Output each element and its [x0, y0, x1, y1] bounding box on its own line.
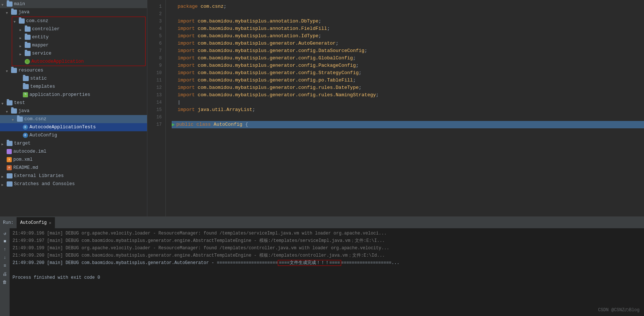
code-line-2	[172, 10, 644, 18]
line-num-9: 9	[147, 62, 165, 69]
tok-import-12: import	[178, 84, 198, 91]
bottom-panel: Run: AutoConfig ✕ ↺ ■ ↑ ↓ ≡ 🖨 🗑 21:49:09…	[0, 216, 644, 316]
bottom-left-toolbar: ↺ ■ ↑ ↓ ≡ 🖨 🗑	[0, 228, 10, 316]
folder-icon-java2	[11, 108, 17, 114]
tok-brace-17: {	[242, 121, 248, 128]
tree-item-resources[interactable]: resources	[0, 66, 147, 74]
line-num-15: 15	[147, 106, 165, 114]
print-button[interactable]: 🖨	[1, 270, 8, 278]
java-icon-autoconfig: C	[23, 133, 28, 138]
tok-public-17: public	[176, 121, 196, 128]
tree-item-readme[interactable]: M README.md	[0, 164, 147, 172]
tree-item-mapper[interactable]: mapper	[12, 41, 145, 49]
code-line-11: import com.baomidou.mybatisplus.generato…	[172, 77, 644, 84]
tree-item-ext-libs[interactable]: External Libraries	[0, 172, 147, 180]
code-line-15: import java.util.ArrayList;	[172, 106, 644, 114]
code-line-3: import com.baomidou.mybatisplus.annotati…	[172, 18, 644, 25]
tok-pkg-15: java.util.ArrayList	[198, 106, 252, 114]
label-resources: resources	[18, 68, 43, 73]
line-num-16: 16	[147, 114, 165, 121]
label-templates: templates	[30, 84, 55, 89]
tree-item-static[interactable]: static	[0, 74, 147, 83]
label-com-csnz: com.csnz	[26, 18, 48, 24]
rerun-button[interactable]: ↺	[1, 230, 8, 237]
tree-item-autocodeiml[interactable]: autocode.iml	[0, 147, 147, 156]
tree-item-java[interactable]: java	[0, 8, 147, 16]
tok-class-17: class	[196, 121, 214, 128]
code-line-9: import com.baomidou.mybatisplus.generato…	[172, 62, 644, 69]
tree-item-java2[interactable]: java	[0, 107, 147, 115]
log-line-6	[13, 267, 641, 274]
tok-import-8: import	[178, 55, 198, 62]
label-autocodeapptests: AutocodeApplicationTests	[29, 125, 96, 130]
settings-button[interactable]: ≡	[1, 262, 8, 270]
line-num-5: 5	[147, 32, 165, 40]
code-line-8: import com.baomidou.mybatisplus.generato…	[172, 55, 644, 62]
run-tab-autoconfig[interactable]: AutoConfig ✕	[17, 217, 55, 228]
scroll-up-button[interactable]: ↑	[1, 246, 8, 253]
folder-icon-entity	[25, 35, 31, 40]
tree-item-main[interactable]: main	[0, 0, 147, 8]
log-area[interactable]: 21:49:09.196 [main] DEBUG org.apache.vel…	[10, 228, 644, 316]
tree-item-autoconfig[interactable]: C AutoConfig	[0, 131, 147, 139]
tree-item-appprops[interactable]: 🍃 application.properties	[0, 91, 147, 99]
token-pkg-name: com.csnz	[200, 3, 223, 10]
tree-item-entity[interactable]: entity	[12, 33, 145, 41]
tree-item-pomxml[interactable]: X pom.xml	[0, 156, 147, 164]
code-editor[interactable]: 1 2 3 4 5 6 7 8 9 10 11 12 13 14 15 16 1…	[147, 0, 644, 216]
code-line-1: package com.csnz;	[172, 3, 644, 10]
tree-item-com-csnz[interactable]: com.csnz	[12, 17, 145, 25]
log-line-1: 21:49:09.196 [main] DEBUG org.apache.vel…	[13, 230, 641, 237]
label-autoconfig: AutoConfig	[29, 133, 57, 138]
tree-item-autocodeapptests[interactable]: C AutocodeApplicationTests	[0, 123, 147, 131]
tree-item-service[interactable]: service	[12, 49, 145, 58]
arrow-java2	[6, 109, 10, 113]
label-ext-libs: External Libraries	[14, 173, 64, 178]
label-java: java	[18, 10, 29, 15]
tok-pkg-3: com.baomidou.mybatisplus.annotation.DbTy…	[198, 18, 319, 25]
trash-button[interactable]: 🗑	[1, 278, 8, 286]
token-package: package	[178, 3, 200, 10]
folder-icon-templates	[23, 84, 29, 89]
folder-icon-mapper	[25, 43, 31, 48]
arrow-mapper	[20, 43, 24, 48]
folder-icon-static	[23, 76, 29, 81]
code-line-7: import com.baomidou.mybatisplus.generato…	[172, 47, 644, 55]
tree-item-scratches[interactable]: Scratches and Consoles	[0, 180, 147, 188]
tree-item-test[interactable]: test	[0, 99, 147, 107]
tok-pkg-9: com.baomidou.mybatisplus.generator.confi…	[198, 62, 356, 69]
spring-icon-autocodeapp: 🌿	[25, 59, 30, 64]
folder-icon-target	[7, 141, 13, 146]
log-line-2: 21:49:09.197 [main] DEBUG com.baomidou.m…	[13, 237, 641, 244]
tok-import-6: import	[178, 40, 198, 47]
tree-item-autocodeapp[interactable]: 🌿 AutocodeApplication	[12, 58, 145, 66]
tok-classname-17: AutoConfig	[214, 121, 242, 128]
label-scratches: Scratches and Consoles	[14, 181, 75, 187]
bottom-tabs: Run: AutoConfig ✕	[0, 217, 644, 228]
arrow-scratches	[1, 182, 6, 186]
java-icon-tests: C	[23, 125, 28, 130]
tree-item-target[interactable]: target	[0, 139, 147, 147]
run-tab-close[interactable]: ✕	[49, 220, 52, 225]
stop-button[interactable]: ■	[1, 238, 8, 245]
tok-pkg-5: com.baomidou.mybatisplus.annotation.IdTy…	[198, 32, 319, 40]
folder-icon-service	[25, 51, 31, 56]
folder-icon-controller	[25, 27, 31, 32]
arrow-java	[6, 10, 10, 14]
label-mapper: mapper	[32, 43, 49, 48]
code-line-5: import com.baomidou.mybatisplus.annotati…	[172, 32, 644, 40]
tok-import-7: import	[178, 47, 198, 55]
arrow-com-csnz2	[12, 117, 16, 121]
arrow-com-csnz	[14, 19, 18, 23]
line-num-12: 12	[147, 84, 165, 91]
scroll-down-button[interactable]: ↓	[1, 254, 8, 261]
tree-item-com-csnz2[interactable]: com.csnz	[0, 115, 147, 123]
code-content[interactable]: package com.csnz; import com.baomidou.my…	[166, 0, 644, 216]
run-arrow-17[interactable]: ▶	[172, 121, 175, 128]
folder-icon-resources	[11, 68, 17, 73]
folder-icon-main	[7, 1, 13, 7]
tok-import-15: import	[178, 106, 198, 114]
label-main: main	[14, 1, 25, 7]
tree-item-controller[interactable]: controller	[12, 25, 145, 33]
tree-item-templates[interactable]: templates	[0, 83, 147, 91]
